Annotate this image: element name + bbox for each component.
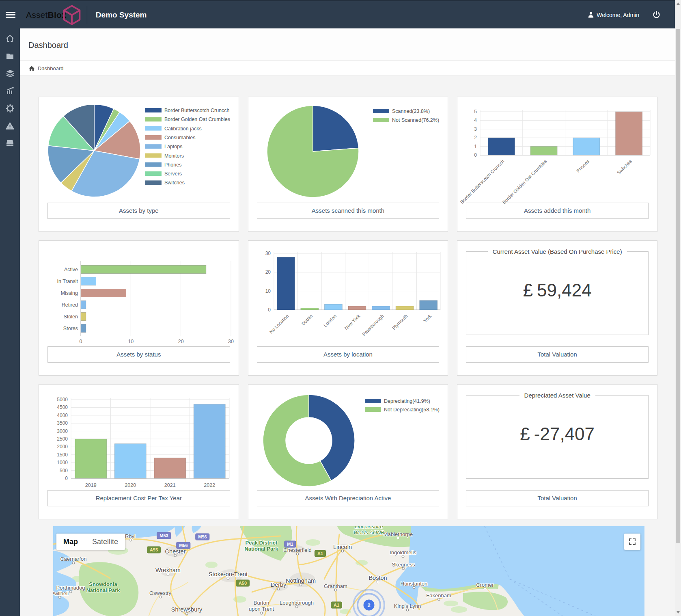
map-town-label: Boston <box>369 575 387 581</box>
asset-location-map[interactable]: RhylChesterCaernarfonWrexhamStoke-on-Tre… <box>53 526 644 616</box>
sidebar-item-alerts[interactable] <box>0 117 20 134</box>
card-footer: Total Valuation <box>466 490 649 506</box>
bar[interactable] <box>396 306 414 310</box>
scroll-up-arrow[interactable] <box>677 2 680 5</box>
assets-by-type-pie-chart[interactable]: Border Butterscotch CruncchBorder Golden… <box>43 101 234 203</box>
chart-title: Assets by location <box>257 346 440 363</box>
map-view-button[interactable]: Map <box>56 534 85 550</box>
legend-label: Not Scanned(76.2%) <box>392 117 439 123</box>
card-depreciated-value: Depreciated Asset Value £-27,407 Total V… <box>457 384 657 519</box>
scroll-down-arrow[interactable] <box>677 611 680 614</box>
map-cluster-marker[interactable]: 2 <box>364 600 375 611</box>
user-menu[interactable]: Welcome, Admin <box>588 12 639 18</box>
map-town-label: Skegness <box>392 562 415 568</box>
svg-text:2021: 2021 <box>164 482 176 488</box>
replacement-cost-bar-chart[interactable]: 0500100015002000250030003500400045005000… <box>43 389 234 490</box>
sidebar-item-home[interactable] <box>0 30 20 47</box>
assets-added-bar-chart[interactable]: 012345Border Butterscotch CruncchBorder … <box>462 101 653 203</box>
bar[interactable] <box>81 289 126 297</box>
map-town-label: Cromer <box>476 582 494 588</box>
card-replacement-cost: 0500100015002000250030003500400045005000… <box>39 384 239 519</box>
menu-toggle-icon[interactable] <box>6 11 15 19</box>
map-town-dot <box>402 555 405 558</box>
map-town-label: Burtonupon Trent <box>249 600 274 612</box>
map-town-label: Loughborough <box>280 600 314 606</box>
svg-text:30: 30 <box>228 339 234 344</box>
bar[interactable] <box>81 324 86 333</box>
motorway-shield: M53 <box>157 532 171 539</box>
svg-text:Dublin: Dublin <box>300 313 313 326</box>
folder-icon <box>6 53 14 59</box>
depreciation-donut-chart[interactable]: Depreciating(41.9%)Not Depreciating(58.1… <box>253 389 444 490</box>
bar[interactable] <box>81 277 96 285</box>
map-town-dot <box>295 605 298 608</box>
assets-by-location-bar-chart[interactable]: 0102030No LocationDublinLondonNew YorkPe… <box>253 245 444 346</box>
user-icon <box>588 12 594 18</box>
bar[interactable] <box>301 308 319 310</box>
bar[interactable] <box>81 313 86 321</box>
svg-text:20: 20 <box>265 269 271 275</box>
bar[interactable] <box>488 138 515 155</box>
a-road-shield: A1 <box>315 550 326 557</box>
bar[interactable] <box>372 306 390 310</box>
bar[interactable] <box>81 301 86 309</box>
bar[interactable] <box>154 458 186 478</box>
map-town-dot <box>185 612 188 615</box>
pie-slice[interactable] <box>313 106 359 151</box>
legend-label: Switches <box>164 180 185 186</box>
logout-button[interactable] <box>653 11 660 19</box>
sidebar-item-reports[interactable] <box>0 82 20 99</box>
map-town-label: Oswestry <box>149 590 171 596</box>
card-depreciation-active: Depreciating(41.9%)Not Depreciating(58.1… <box>248 384 448 519</box>
legend-swatch <box>365 407 381 412</box>
warning-icon <box>6 122 14 130</box>
svg-text:10: 10 <box>265 288 271 294</box>
depreciated-asset-value: £-27,407 <box>466 424 648 444</box>
legend-swatch <box>145 180 162 185</box>
satellite-view-button[interactable]: Satellite <box>85 534 125 550</box>
svg-text:Border Golden Oat Crumbles: Border Golden Oat Crumbles <box>502 159 548 205</box>
legend-swatch <box>373 118 389 122</box>
bar[interactable] <box>81 266 206 274</box>
sidebar-item-storage[interactable] <box>0 134 20 152</box>
legend-swatch <box>145 117 162 121</box>
svg-text:2019: 2019 <box>85 482 97 488</box>
map-town-label: Chester <box>165 549 186 555</box>
card-current-asset-value: Current Asset Value (Based On Purchase P… <box>457 240 657 376</box>
map-town-label: Wrexham <box>155 567 181 573</box>
assets-scanned-pie-chart[interactable]: Scanned(23.8%)Not Scanned(76.2%) <box>253 101 444 203</box>
legend-label: Servers <box>164 171 182 177</box>
map-town-dot <box>260 612 263 615</box>
sidebar-nav <box>0 28 20 616</box>
map-fullscreen-button[interactable] <box>624 534 640 550</box>
map-town-dot <box>402 567 405 570</box>
topbar-divider <box>87 6 87 24</box>
card-assets-by-status: 0102030ActiveIn TransitMissingRetiredSto… <box>39 240 239 376</box>
breadcrumb-label[interactable]: Dashboard <box>38 65 64 71</box>
bar[interactable] <box>348 306 366 310</box>
bar[interactable] <box>114 444 146 478</box>
bar[interactable] <box>277 257 295 310</box>
brand-logo[interactable]: AssetBlox <box>26 4 81 26</box>
bar[interactable] <box>194 404 225 478</box>
sidebar-item-assets[interactable] <box>0 65 20 82</box>
svg-text:Plymouth: Plymouth <box>391 313 408 331</box>
map-town-dot <box>69 590 72 593</box>
sidebar-item-files[interactable] <box>0 47 20 65</box>
assets-by-status-bar-chart[interactable]: 0102030ActiveIn TransitMissingRetiredSto… <box>43 245 234 346</box>
bar[interactable] <box>573 138 600 155</box>
bar[interactable] <box>419 300 437 310</box>
bar[interactable] <box>616 112 642 155</box>
scrollbar-thumb[interactable] <box>676 29 680 543</box>
map-town-label: Chesterfield <box>283 547 311 553</box>
bar[interactable] <box>324 304 342 310</box>
sidebar-item-settings[interactable] <box>0 99 20 117</box>
map-town-dot <box>227 577 230 580</box>
page-scrollbar[interactable] <box>675 0 681 616</box>
map-town-dot <box>484 588 487 590</box>
map-town-dot <box>413 586 416 589</box>
bar[interactable] <box>75 439 107 478</box>
bar[interactable] <box>530 147 557 155</box>
svg-text:London: London <box>323 313 337 328</box>
power-icon <box>653 11 660 19</box>
